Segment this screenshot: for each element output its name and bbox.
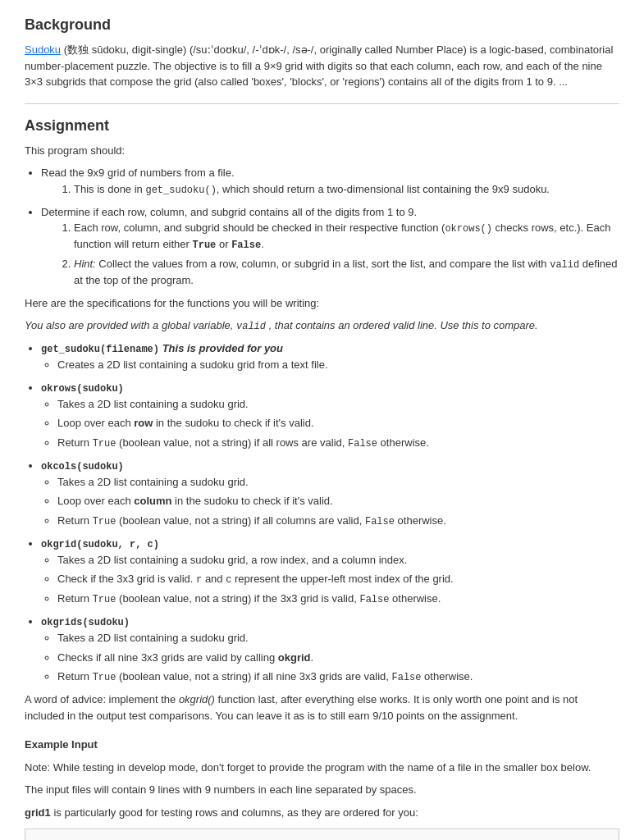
func-okgrid: okgrid(sudoku, r, c) Takes a 2D list con…: [41, 536, 619, 608]
okgrid-italic: okgrid(): [179, 693, 215, 705]
okgrid-bold: okgrid: [278, 651, 311, 664]
determine-sub-1: Each row, column, and subgrid should be …: [74, 220, 619, 253]
list-item-determine: Determine if each row, column, and subgr…: [41, 204, 619, 289]
background-paragraph: Sudoku (数独 sūdoku, digit-single) (/suːˈd…: [25, 42, 619, 90]
true-bool-1: True: [93, 438, 116, 450]
okcols-bullet-2: Loop over each column in the sudoku to c…: [57, 493, 619, 509]
assignment-list: Read the 9x9 grid of numbers from a file…: [41, 165, 619, 289]
assignment-section: Assignment This program should: Read the…: [25, 117, 619, 724]
func-get-sudoku-name: get_sudoku(filename): [41, 344, 159, 355]
false-bool-1: False: [348, 438, 377, 450]
false-bool-2: False: [365, 516, 395, 527]
determine-sub-2: Hint: Collect the values from a row, col…: [74, 256, 619, 289]
func-okrows-bullets: Takes a 2D list containing a sudoku grid…: [57, 396, 619, 451]
okgrids-bullet-2: Checks if all nine 3x3 grids are valid b…: [57, 650, 619, 666]
func-get-sudoku-bullets: Creates a 2D list containing a sudoku gr…: [57, 357, 619, 373]
okrows-bullet-2: Loop over each row in the sudoku to chec…: [57, 415, 619, 431]
okcols-bullet-1: Takes a 2D list containing a sudoku grid…: [57, 474, 619, 491]
grid1-bold: grid1: [25, 806, 51, 819]
okgrid-bullet-1: Takes a 2D list containing a sudoku grid…: [57, 552, 619, 568]
func-okrows-name: okrows(sudoku): [41, 383, 124, 395]
func-get-sudoku: get_sudoku(filename) This is provided fo…: [41, 340, 619, 373]
r-ref: r: [196, 574, 202, 586]
okrows-ref: okrows(): [445, 223, 492, 235]
false-bool-4: False: [391, 672, 421, 683]
functions-list: get_sudoku(filename) This is provided fo…: [41, 340, 619, 685]
okrows-bullet-1: Takes a 2D list containing a sudoku grid…: [57, 396, 619, 413]
okgrids-bullet-1: Takes a 2D list containing a sudoku grid…: [57, 630, 619, 646]
hint-label: Hint:: [74, 258, 96, 270]
func-okgrids-bullets: Takes a 2D list containing a sudoku grid…: [57, 630, 619, 685]
true-bool-2: True: [93, 516, 116, 527]
get-sudoku-bullet-1: Creates a 2D list containing a sudoku gr…: [57, 357, 619, 373]
global-var-note: You also are provided with a global vari…: [25, 317, 619, 334]
grid-display: 1 2 3 4 5 6 7 8 9 2 3 4 5 6 7 8 9 1 3 4 …: [25, 829, 619, 840]
func-get-sudoku-note: This is provided for you: [162, 342, 283, 354]
example-input-section: Example Input Note: While testing in dev…: [25, 737, 619, 840]
background-heading: Background: [25, 16, 619, 34]
assignment-heading: Assignment: [25, 117, 619, 135]
func-okgrid-name: okgrid(sudoku, r, c): [41, 539, 159, 550]
okrows-bullet-3: Return True (boolean value, not a string…: [57, 435, 619, 451]
example-note1: Note: While testing in develop mode, don…: [25, 760, 619, 776]
okgrid-bullet-3: Return True (boolean value, not a string…: [57, 591, 619, 607]
func-okgrids-name: okgrids(sudoku): [41, 617, 130, 628]
okgrid-bullet-2: Check if the 3x3 grid is valid. r and c …: [57, 571, 619, 587]
list-item-determine-text: Determine if each row, column, and subgr…: [41, 206, 417, 218]
func-okgrids: okgrids(sudoku) Takes a 2D list containi…: [41, 614, 619, 685]
determine-sublist: Each row, column, and subgrid should be …: [74, 220, 619, 289]
true-bool-3: True: [93, 594, 116, 605]
advice-text: A word of advice: implement the okgrid()…: [25, 692, 619, 724]
example-input-heading: Example Input: [25, 737, 619, 753]
col-bold: column: [134, 495, 171, 507]
read-sublist: This is done in get_sudoku(), which shou…: [74, 181, 619, 198]
row-bold: row: [134, 417, 153, 429]
func-okcols: okcols(sudoku) Takes a 2D list containin…: [41, 458, 619, 529]
example-note2: The input files will contain 9 lines wit…: [25, 782, 619, 798]
sudoku-link[interactable]: Sudoku: [25, 43, 61, 56]
global-var-text: You also are provided with a global vari…: [25, 319, 538, 331]
section-divider: [25, 103, 619, 104]
func-okgrid-bullets: Takes a 2D list containing a sudoku grid…: [57, 552, 619, 608]
valid-ref: valid: [550, 259, 579, 271]
c-ref: c: [226, 574, 231, 586]
okgrids-bullet-3: Return True (boolean value, not a string…: [57, 669, 619, 685]
false-bool-3: False: [359, 594, 389, 605]
background-section: Background Sudoku (数独 sūdoku, digit-sing…: [25, 16, 619, 90]
read-sub-1: This is done in get_sudoku(), which shou…: [74, 181, 619, 198]
assignment-intro: This program should:: [25, 143, 619, 159]
list-item-read: Read the 9x9 grid of numbers from a file…: [41, 165, 619, 198]
func-okcols-bullets: Takes a 2D list containing a sudoku grid…: [57, 474, 619, 529]
func-okrows: okrows(sudoku) Takes a 2D list containin…: [41, 380, 619, 451]
list-item-read-text: Read the 9x9 grid of numbers from a file…: [41, 167, 235, 179]
true-ref: True: [193, 240, 217, 251]
true-bool-4: True: [93, 672, 116, 683]
grid1-note: grid1 is particularly good for testing r…: [25, 805, 619, 821]
false-ref: False: [231, 240, 261, 251]
valid-inline: valid: [236, 321, 266, 332]
okcols-bullet-3: Return True (boolean value, not a string…: [57, 513, 619, 529]
background-text: (数独 sūdoku, digit-single) (/suːˈdoʊku/, …: [25, 43, 613, 88]
specs-intro: Here are the specifications for the func…: [25, 295, 619, 312]
func-okcols-name: okcols(sudoku): [41, 461, 124, 472]
read-func-ref: get_sudoku(): [145, 185, 216, 196]
